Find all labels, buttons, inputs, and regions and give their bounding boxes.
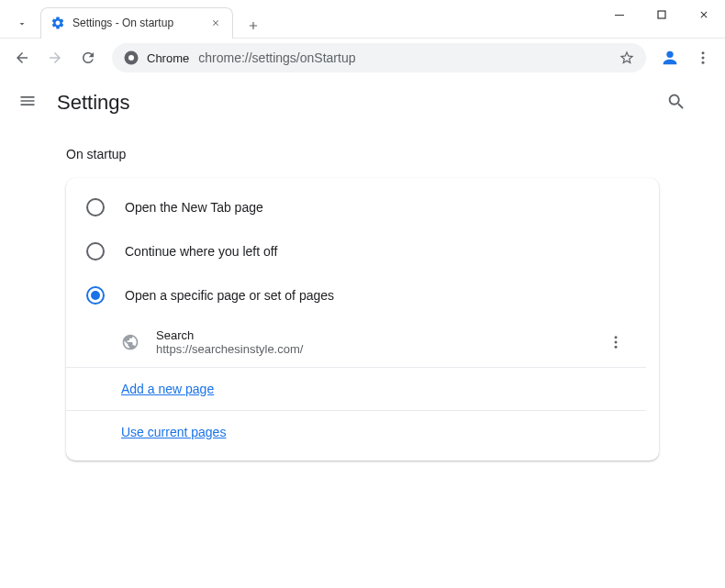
profile-button[interactable] xyxy=(655,43,685,72)
settings-header: Settings xyxy=(0,77,725,128)
hamburger-menu-button[interactable] xyxy=(18,92,40,114)
svg-point-6 xyxy=(702,57,705,60)
chrome-logo-icon xyxy=(123,50,139,66)
person-icon xyxy=(660,48,680,68)
option-new-tab[interactable]: Open the New Tab page xyxy=(66,185,659,229)
settings-page: Settings On startup Open the New Tab pag… xyxy=(0,77,725,588)
startup-page-entry: Search https://searchesinstyle.com/ xyxy=(66,317,646,368)
minimize-icon xyxy=(614,9,625,20)
arrow-right-icon xyxy=(47,50,63,66)
option-continue[interactable]: Continue where you left off xyxy=(66,229,659,273)
option-label: Open the New Tab page xyxy=(125,200,263,215)
reload-button[interactable] xyxy=(73,43,103,72)
tab-strip: Settings - On startup xyxy=(0,0,266,39)
startup-card: Open the New Tab page Continue where you… xyxy=(66,178,659,460)
plus-icon xyxy=(247,19,260,32)
svg-point-5 xyxy=(702,51,705,54)
page-info: Search https://searchesinstyle.com/ xyxy=(156,328,608,356)
maximize-icon xyxy=(656,9,667,20)
chevron-down-icon xyxy=(17,18,28,29)
svg-point-7 xyxy=(702,61,705,64)
option-label: Open a specific page or set of pages xyxy=(125,288,334,303)
reload-icon xyxy=(80,50,96,66)
radio-icon xyxy=(86,242,105,261)
back-button[interactable] xyxy=(7,43,37,72)
gear-icon xyxy=(50,16,65,30)
option-label: Continue where you left off xyxy=(125,244,277,259)
close-icon xyxy=(698,9,709,20)
address-bar[interactable]: Chrome chrome://settings/onStartup xyxy=(112,43,646,72)
page-url: https://searchesinstyle.com/ xyxy=(156,342,608,356)
tab-title: Settings - On startup xyxy=(72,17,208,29)
arrow-left-icon xyxy=(14,50,30,66)
use-current-pages-row[interactable]: Use current pages xyxy=(66,411,646,453)
omnibox-url: chrome://settings/onStartup xyxy=(198,50,619,65)
radio-icon-selected xyxy=(86,286,105,305)
bookmark-star-icon[interactable] xyxy=(619,50,635,66)
page-title: Settings xyxy=(57,91,666,115)
menu-button[interactable] xyxy=(688,43,718,72)
close-window-button[interactable] xyxy=(683,0,725,29)
globe-icon xyxy=(121,333,139,351)
svg-rect-0 xyxy=(615,15,624,16)
tab-close-button[interactable] xyxy=(208,16,223,30)
search-settings-button[interactable] xyxy=(666,92,688,114)
new-tab-button[interactable] xyxy=(240,13,266,39)
omnibox-chip: Chrome xyxy=(147,51,189,65)
svg-point-10 xyxy=(615,346,618,349)
section-title: On startup xyxy=(66,147,659,161)
forward-button[interactable] xyxy=(40,43,70,72)
more-vert-icon xyxy=(608,334,624,350)
add-new-page-link: Add a new page xyxy=(121,382,214,396)
page-name: Search xyxy=(156,328,608,342)
minimize-button[interactable] xyxy=(598,0,641,29)
maximize-button[interactable] xyxy=(641,0,683,29)
hamburger-icon xyxy=(18,92,37,110)
svg-point-3 xyxy=(128,55,134,61)
radio-icon xyxy=(86,198,105,216)
active-tab[interactable]: Settings - On startup xyxy=(40,7,233,39)
svg-rect-1 xyxy=(658,11,665,18)
close-icon xyxy=(211,18,220,28)
option-specific-pages[interactable]: Open a specific page or set of pages xyxy=(66,273,659,317)
svg-point-8 xyxy=(615,336,618,338)
search-icon xyxy=(666,92,686,112)
svg-point-4 xyxy=(666,51,673,58)
titlebar: Settings - On startup xyxy=(0,0,725,39)
page-body: On startup Open the New Tab page Continu… xyxy=(0,128,725,479)
add-new-page-row[interactable]: Add a new page xyxy=(66,368,646,411)
tab-search-dropdown[interactable] xyxy=(7,9,37,39)
svg-point-9 xyxy=(615,341,618,344)
page-more-button[interactable] xyxy=(608,334,626,350)
use-current-pages-link: Use current pages xyxy=(121,425,226,439)
more-vert-icon xyxy=(695,50,711,66)
toolbar: Chrome chrome://settings/onStartup xyxy=(0,39,725,77)
window-controls xyxy=(598,0,725,39)
